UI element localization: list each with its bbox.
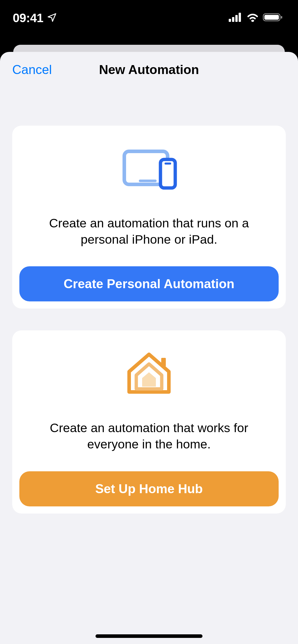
status-bar: 09:41 bbox=[0, 0, 298, 36]
svg-rect-0 bbox=[229, 19, 231, 22]
home-automation-card: Create an automation that works for ever… bbox=[12, 330, 286, 513]
home-indicator[interactable] bbox=[96, 634, 202, 638]
personal-automation-card: Create an automation that runs on a pers… bbox=[12, 126, 286, 309]
set-up-home-hub-button[interactable]: Set Up Home Hub bbox=[19, 471, 279, 506]
cancel-button[interactable]: Cancel bbox=[12, 62, 52, 77]
create-personal-automation-button[interactable]: Create Personal Automation bbox=[19, 266, 279, 301]
status-left: 09:41 bbox=[13, 11, 57, 25]
personal-description: Create an automation that runs on a pers… bbox=[19, 215, 279, 247]
svg-rect-2 bbox=[235, 15, 238, 22]
svg-rect-12 bbox=[161, 358, 166, 367]
battery-icon bbox=[263, 13, 283, 23]
svg-rect-1 bbox=[232, 17, 234, 22]
modal-sheet: Cancel New Automation Create an automati… bbox=[0, 52, 298, 644]
svg-rect-7 bbox=[281, 16, 282, 19]
home-icon bbox=[124, 349, 174, 400]
svg-rect-3 bbox=[239, 13, 241, 22]
wifi-icon bbox=[247, 13, 259, 23]
cellular-icon bbox=[229, 13, 242, 23]
status-time: 09:41 bbox=[13, 11, 43, 25]
status-right bbox=[229, 13, 283, 23]
location-icon bbox=[47, 11, 57, 25]
devices-icon bbox=[120, 144, 178, 195]
svg-rect-6 bbox=[264, 15, 279, 20]
nav-bar: Cancel New Automation bbox=[0, 52, 298, 87]
sheet-content: Create an automation that runs on a pers… bbox=[0, 87, 298, 514]
home-description: Create an automation that works for ever… bbox=[19, 420, 279, 452]
